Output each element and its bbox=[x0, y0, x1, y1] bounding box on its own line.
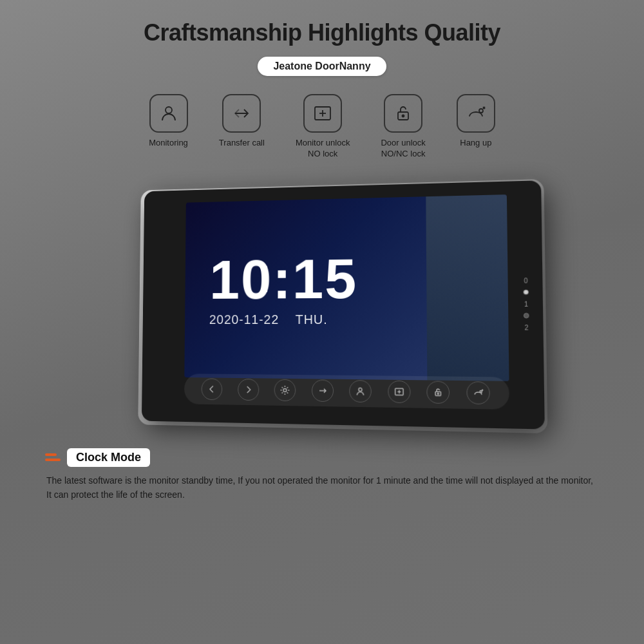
btn-back[interactable] bbox=[202, 378, 223, 400]
feature-monitor-unlock: Monitor unlockNO lock bbox=[296, 94, 350, 160]
transfer-btn-icon bbox=[317, 385, 328, 395]
camera-preview bbox=[426, 194, 509, 381]
door-unlock-icon-box bbox=[384, 94, 422, 133]
device-dots: 0 1 2 bbox=[523, 276, 529, 330]
clock-mode-icon bbox=[45, 453, 61, 461]
dot-1 bbox=[523, 289, 529, 294]
feature-transfer-call: Transfer call bbox=[219, 94, 265, 160]
clock-icon-line-2 bbox=[45, 459, 61, 461]
device-buttons bbox=[184, 374, 509, 410]
person-icon bbox=[158, 103, 179, 124]
screen-day-value: THU. bbox=[296, 312, 328, 326]
door-unlock-icon bbox=[393, 103, 413, 124]
hang-up-icon bbox=[466, 103, 486, 124]
transfer-icon bbox=[231, 103, 252, 124]
svg-point-6 bbox=[479, 109, 483, 113]
btn-door-unlock[interactable] bbox=[427, 381, 450, 404]
btn-person[interactable] bbox=[349, 380, 372, 402]
screen-time: 10:15 bbox=[209, 250, 357, 307]
transfer-call-icon-box bbox=[222, 94, 261, 133]
dot-label-0: 0 bbox=[524, 277, 527, 284]
screen-date-value: 2020-11-22 bbox=[209, 312, 279, 326]
dot-label-1: 1 bbox=[524, 300, 528, 307]
forward-icon bbox=[243, 384, 254, 395]
hang-up-btn-icon bbox=[473, 387, 484, 398]
btn-forward[interactable] bbox=[238, 379, 259, 401]
clock-mode-label: Clock Mode bbox=[67, 448, 150, 467]
person-btn-icon bbox=[355, 386, 366, 397]
door-unlock-btn-icon bbox=[433, 387, 444, 398]
dot-label-2: 2 bbox=[524, 323, 528, 330]
settings-icon bbox=[280, 385, 290, 395]
hang-up-icon-box bbox=[457, 94, 495, 133]
clock-mode-description: The latest software is the monitor stand… bbox=[45, 473, 599, 502]
btn-transfer[interactable] bbox=[312, 379, 334, 402]
feature-monitoring-label: Monitoring bbox=[149, 138, 188, 149]
monitor-unlock-icon-box bbox=[303, 94, 342, 133]
brand-badge: Jeatone DoorNanny bbox=[258, 57, 386, 76]
clock-mode-header: Clock Mode bbox=[45, 448, 599, 467]
btn-hang-up[interactable] bbox=[466, 381, 490, 404]
device-body: 10:15 2020-11-22 THU. 0 1 2 bbox=[142, 180, 545, 429]
svg-point-16 bbox=[480, 390, 482, 392]
feature-hang-up-label: Hang up bbox=[460, 138, 491, 149]
device-wrapper: 10:15 2020-11-22 THU. 0 1 2 bbox=[112, 173, 552, 436]
page-container: Craftsmanship Highlights Quality Jeatone… bbox=[0, 0, 644, 644]
feature-monitoring: Monitoring bbox=[149, 94, 188, 160]
svg-point-9 bbox=[283, 388, 287, 392]
feature-hang-up: Hang up bbox=[457, 94, 495, 160]
svg-point-5 bbox=[402, 115, 404, 117]
btn-monitor-unlock[interactable] bbox=[388, 380, 410, 402]
back-icon bbox=[207, 384, 216, 394]
svg-point-10 bbox=[359, 388, 362, 391]
device-screen: 10:15 2020-11-22 THU. bbox=[184, 194, 509, 381]
feature-transfer-label: Transfer call bbox=[219, 138, 265, 149]
monitor-unlock-btn-icon bbox=[393, 386, 404, 397]
svg-point-15 bbox=[437, 393, 439, 394]
features-row: Monitoring Transfer call Monitor unlo bbox=[149, 94, 495, 160]
svg-point-0 bbox=[166, 107, 172, 113]
main-title: Craftsmanship Highlights Quality bbox=[144, 19, 500, 46]
feature-door-unlock: Door unlockNO/NC lock bbox=[381, 94, 425, 160]
screen-date: 2020-11-22 THU. bbox=[209, 312, 328, 327]
feature-door-unlock-label: Door unlockNO/NC lock bbox=[381, 138, 425, 160]
feature-monitor-unlock-label: Monitor unlockNO lock bbox=[296, 138, 350, 160]
clock-icon-line-1 bbox=[45, 453, 57, 456]
btn-settings[interactable] bbox=[274, 379, 296, 401]
dot-2 bbox=[524, 313, 529, 318]
monitor-unlock-icon bbox=[312, 103, 333, 124]
clock-mode-section: Clock Mode The latest software is the mo… bbox=[45, 448, 599, 502]
monitoring-icon-box bbox=[149, 94, 188, 133]
